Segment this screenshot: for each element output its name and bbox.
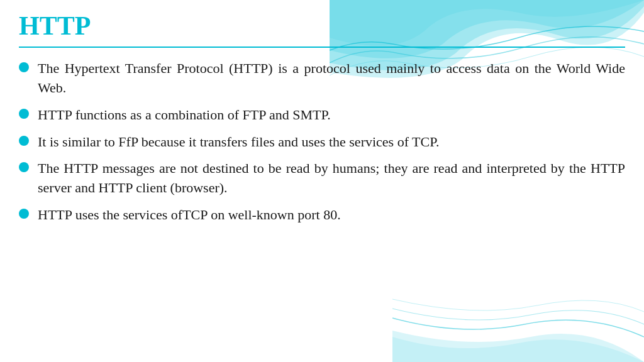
bullet-dot-icon bbox=[19, 209, 29, 219]
bullet-text-5: HTTP uses the services ofTCP on well-kno… bbox=[38, 206, 625, 225]
bullet-text-2: HTTP functions as a combination of FTP a… bbox=[38, 106, 625, 125]
list-item: HTTP uses the services ofTCP on well-kno… bbox=[19, 206, 625, 225]
list-item: HTTP functions as a combination of FTP a… bbox=[19, 106, 625, 125]
list-item: The Hypertext Transfer Protocol (HTTP) i… bbox=[19, 59, 625, 98]
list-item: The HTTP messages are not destined to be… bbox=[19, 159, 625, 198]
list-item: It is similar to FfP because it transfer… bbox=[19, 133, 625, 152]
bullet-dot-icon bbox=[19, 109, 29, 119]
slide-content: HTTP The Hypertext Transfer Protocol (HT… bbox=[0, 0, 644, 245]
bullet-list: The Hypertext Transfer Protocol (HTTP) i… bbox=[19, 59, 625, 225]
bullet-dot-icon bbox=[19, 136, 29, 146]
bullet-dot-icon bbox=[19, 162, 29, 172]
bullet-text-3: It is similar to FfP because it transfer… bbox=[38, 133, 625, 152]
bullet-text-1: The Hypertext Transfer Protocol (HTTP) i… bbox=[38, 59, 625, 98]
slide-title: HTTP bbox=[19, 11, 625, 40]
wave-bottom-right bbox=[392, 236, 644, 362]
bullet-dot-icon bbox=[19, 62, 29, 72]
title-divider bbox=[19, 47, 625, 48]
bullet-text-4: The HTTP messages are not destined to be… bbox=[38, 159, 625, 198]
